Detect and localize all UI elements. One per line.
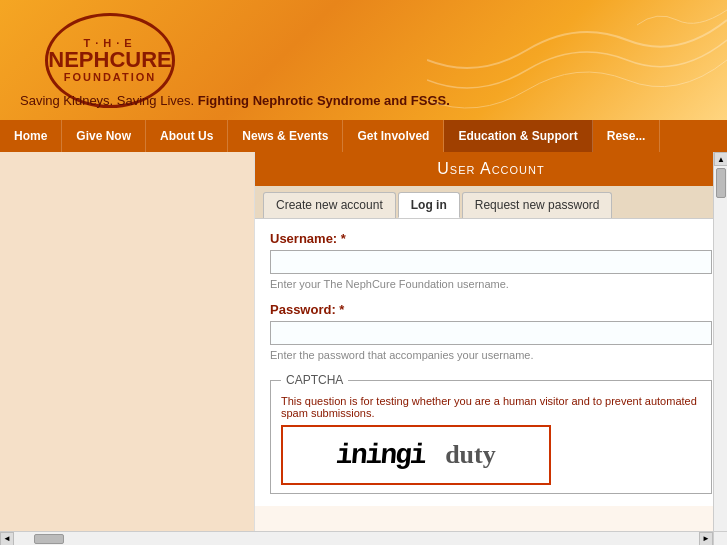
- tab-login[interactable]: Log in: [398, 192, 460, 218]
- logo-nephcure: NEPHCURE: [48, 49, 171, 71]
- scroll-right-button[interactable]: ►: [699, 532, 713, 546]
- nav-item-get-involved[interactable]: Get Involved: [343, 120, 444, 152]
- scroll-left-button[interactable]: ◄: [0, 532, 14, 546]
- login-title: User Account: [255, 152, 727, 186]
- horizontal-scrollbar: ◄ ►: [0, 531, 713, 545]
- header: T·H·E NEPHCURE FOUNDATION Saving Kidneys…: [0, 0, 727, 120]
- main-content: User Account Create new account Log in R…: [0, 152, 727, 545]
- nav-item-education-support[interactable]: Education & Support: [444, 120, 592, 152]
- scroll-thumb-vertical[interactable]: [716, 168, 726, 198]
- password-hint: Enter the password that accompanies your…: [270, 349, 712, 361]
- captcha-word2: duty: [445, 440, 496, 470]
- navigation: Home Give Now About Us News & Events Get…: [0, 120, 727, 152]
- tagline-bold: Fighting Nephrotic Syndrome and FSGS.: [198, 93, 450, 108]
- nav-item-research[interactable]: Rese...: [593, 120, 661, 152]
- password-input[interactable]: [270, 321, 712, 345]
- scroll-up-button[interactable]: ▲: [714, 152, 727, 166]
- login-form: Username: * Enter your The NephCure Foun…: [255, 219, 727, 506]
- username-label: Username: *: [270, 231, 712, 246]
- captcha-description: This question is for testing whether you…: [281, 395, 701, 419]
- captcha-word1: iningi: [335, 440, 427, 471]
- scrollbar-corner: [713, 531, 727, 545]
- header-decoration: [427, 0, 727, 120]
- tagline: Saving Kidneys. Saving Lives. Fighting N…: [20, 93, 450, 108]
- account-tabs: Create new account Log in Request new pa…: [255, 186, 727, 219]
- tab-request-password[interactable]: Request new password: [462, 192, 613, 218]
- tab-create-account[interactable]: Create new account: [263, 192, 396, 218]
- captcha-legend: CAPTCHA: [281, 373, 348, 387]
- nav-item-give-now[interactable]: Give Now: [62, 120, 146, 152]
- nav-item-news-events[interactable]: News & Events: [228, 120, 343, 152]
- login-panel: User Account Create new account Log in R…: [255, 152, 727, 545]
- nav-item-home[interactable]: Home: [0, 120, 62, 152]
- captcha-section: CAPTCHA This question is for testing whe…: [270, 373, 712, 494]
- vertical-scrollbar: ▲ ▼: [713, 152, 727, 545]
- logo-foundation: FOUNDATION: [64, 71, 157, 83]
- sidebar: [0, 152, 255, 545]
- scroll-thumb-horizontal[interactable]: [34, 534, 64, 544]
- username-hint: Enter your The NephCure Foundation usern…: [270, 278, 712, 290]
- password-label: Password: *: [270, 302, 712, 317]
- captcha-image: iningi duty: [281, 425, 551, 485]
- nav-item-about-us[interactable]: About Us: [146, 120, 228, 152]
- username-input[interactable]: [270, 250, 712, 274]
- tagline-normal: Saving Kidneys. Saving Lives.: [20, 93, 194, 108]
